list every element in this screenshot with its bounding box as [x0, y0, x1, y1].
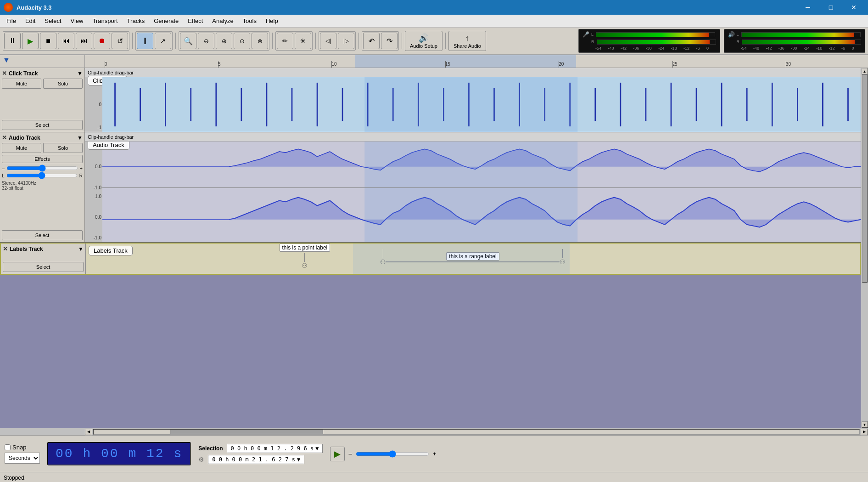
selection-row: Selection 0 0 h 0 0 m 1 2 . 2 9 6 s ▼ — [198, 444, 323, 453]
tracks-container: ✕ Click Track ▼ Mute Solo Select Clip-ha… — [0, 68, 861, 428]
click-track-select[interactable]: Select — [2, 120, 83, 130]
selection-start-display: 0 0 h 0 0 m 1 2 . 2 9 6 s ▼ — [227, 444, 323, 453]
point-label-text[interactable]: this is a point label — [280, 244, 330, 252]
click-track: ✕ Click Track ▼ Mute Solo Select Clip-ha… — [0, 68, 861, 132]
pan-control: L R — [2, 172, 83, 179]
gain-slider[interactable] — [6, 165, 78, 171]
vscroll-thumb[interactable] — [862, 74, 868, 283]
vertical-scrollbar[interactable]: ▲ ▼ — [861, 68, 868, 428]
ruler-tick-20: 20 — [559, 62, 564, 67]
menu-file[interactable]: File — [2, 16, 21, 26]
audio-track-close[interactable]: ✕ — [2, 134, 7, 141]
trim-right-button[interactable]: |▷ — [338, 33, 354, 49]
vscroll-down[interactable]: ▼ — [862, 421, 868, 428]
vscroll-track[interactable] — [862, 74, 868, 421]
time-display: 00 h 00 m 12 s — [47, 442, 191, 465]
selection-gear[interactable]: ⚙ — [198, 456, 204, 463]
audio-track-effects[interactable]: Effects — [2, 155, 83, 163]
zoom-fit-button[interactable]: ⊙ — [234, 33, 250, 49]
selection-end-dropdown[interactable]: ▼ — [297, 456, 300, 463]
record-button[interactable]: ⏺ — [94, 33, 110, 49]
horizontal-scrollbar: ◀ ▶ — [0, 428, 868, 435]
menu-tracks[interactable]: Tracks — [123, 16, 150, 26]
click-track-content[interactable]: Clip-handle drag-bar Click Track 1 0 -1 — [85, 68, 861, 132]
timeline-ruler[interactable]: ▼ 0 5 10 15 20 25 30 — [0, 55, 868, 68]
menu-analyze[interactable]: Analyze — [207, 16, 238, 26]
menu-view[interactable]: View — [66, 16, 88, 26]
snap-label[interactable]: Snap — [12, 444, 26, 451]
record-meter: 🎤 L 🎤 R -54-48-42-36-30-24-18-12-60 — [578, 29, 720, 53]
play-at-speed-button[interactable]: ▶ — [330, 447, 345, 461]
labels-track-content[interactable]: Labels Track this is a point label ⚇ ⚇ — [86, 244, 860, 274]
click-track-solo[interactable]: Solo — [43, 79, 83, 89]
pause-button[interactable]: ⏸ — [4, 33, 21, 49]
hscroll-right[interactable]: ▶ — [861, 429, 868, 435]
share-audio-button[interactable]: ↑ Share Audio — [448, 31, 486, 51]
svg-rect-39 — [364, 188, 577, 243]
hscroll-track[interactable] — [93, 429, 860, 435]
audio-clip-handle[interactable]: Clip-handle drag-bar — [85, 132, 861, 142]
click-track-mute[interactable]: Mute — [2, 79, 41, 89]
zoom-in-button[interactable]: 🔍 — [180, 33, 196, 49]
draw-tool-button[interactable]: ✏ — [277, 33, 293, 49]
menu-generate[interactable]: Generate — [149, 16, 183, 26]
audio-setup-button[interactable]: 🔊 Audio Setup — [405, 31, 442, 51]
ruler-arrow[interactable]: ▼ — [0, 55, 85, 68]
menu-edit[interactable]: Edit — [21, 16, 40, 26]
snap-unit-select[interactable]: Seconds — [5, 453, 40, 464]
hscroll-left[interactable]: ◀ — [85, 429, 92, 435]
zoom-all-button[interactable]: ⊗ — [252, 33, 268, 49]
menu-select[interactable]: Select — [40, 16, 66, 26]
point-label[interactable]: this is a point label ⚇ — [280, 244, 330, 269]
click-track-dropdown[interactable]: ▼ — [77, 70, 83, 77]
close-button[interactable]: ✕ — [843, 0, 864, 15]
envelope-tool-button[interactable]: ↗ — [155, 33, 171, 49]
trim-left-button[interactable]: ◁| — [320, 33, 336, 49]
menu-transport[interactable]: Transport — [88, 16, 122, 26]
ruler-tick-line-30 — [786, 61, 786, 68]
speed-minus: – — [348, 450, 352, 457]
audio-track-info: Stereo, 44100Hz 32-bit float — [2, 181, 83, 191]
vscroll-up[interactable]: ▲ — [862, 68, 868, 74]
main-toolbar: ⏸ ▶ ■ ⏮ ⏭ ⏺ ↺ I ↗ 🔍 ⊖ ⊕ ⊙ ⊗ ✏ ✳ — [0, 28, 868, 55]
playback-speed-slider[interactable] — [356, 450, 429, 458]
pan-slider[interactable] — [6, 172, 78, 179]
point-label-pin[interactable]: ⚇ — [302, 262, 308, 269]
audio-track-dropdown[interactable]: ▼ — [77, 135, 83, 141]
labels-track-close[interactable]: ✕ — [3, 245, 8, 252]
ruler-canvas[interactable]: 0 5 10 15 20 25 30 — [85, 55, 868, 68]
maximize-button[interactable]: □ — [820, 0, 841, 15]
select-tool-button[interactable]: I — [137, 33, 153, 49]
play-button[interactable]: ▶ — [22, 33, 39, 49]
menu-effect[interactable]: Effect — [183, 16, 207, 26]
loop-button[interactable]: ↺ — [112, 33, 128, 49]
audio-track-mute[interactable]: Mute — [2, 143, 41, 153]
zoom-toolbar: 🔍 ⊖ ⊕ ⊙ ⊗ — [179, 31, 269, 51]
zoom-out-button[interactable]: ⊖ — [198, 33, 214, 49]
labels-track-dropdown[interactable]: ▼ — [78, 246, 84, 252]
audio-track-solo[interactable]: Solo — [43, 143, 83, 153]
redo-button[interactable]: ↷ — [381, 33, 398, 49]
audio-track-controls: ✕ Audio Track ▼ Mute Solo Effects – + L — [0, 132, 85, 242]
undo-button[interactable]: ↶ — [363, 33, 380, 49]
skip-end-button[interactable]: ⏭ — [76, 33, 92, 49]
minimize-button[interactable]: ─ — [797, 0, 818, 15]
zoom-sel-button[interactable]: ⊕ — [216, 33, 232, 49]
menu-help[interactable]: Help — [261, 16, 283, 26]
trim-toolbar: ◁| |▷ — [319, 31, 356, 51]
menu-tools[interactable]: Tools — [238, 16, 261, 26]
selection-start-dropdown[interactable]: ▼ — [315, 445, 319, 452]
skip-start-button[interactable]: ⏮ — [58, 33, 74, 49]
stop-button[interactable]: ■ — [40, 33, 56, 49]
labels-track-select[interactable]: Select — [3, 262, 84, 272]
click-clip-handle[interactable]: Clip-handle drag-bar — [85, 68, 861, 77]
click-waveform — [102, 77, 861, 132]
hscroll-thumb[interactable] — [170, 430, 324, 434]
multi-tool-button[interactable]: ✳ — [295, 33, 311, 49]
audio-track-content[interactable]: Clip-handle drag-bar Audio Track 1.0 0.0… — [85, 132, 861, 242]
click-track-close[interactable]: ✕ — [2, 70, 7, 77]
mic-spacer: 🎤 — [582, 39, 589, 45]
snap-checkbox[interactable] — [5, 444, 11, 450]
audio-y-axis-bottom: 1.0 0.0 -1.0 — [85, 192, 102, 243]
audio-track-select[interactable]: Select — [2, 230, 83, 240]
